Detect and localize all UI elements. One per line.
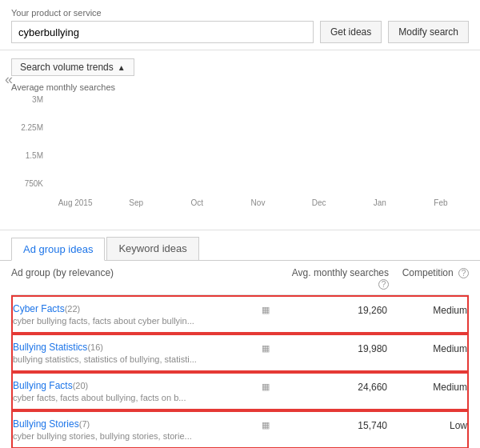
row-monthly-bullying-facts: 24,660 <box>275 380 387 393</box>
row-name-bullying-stats: Bullying Statistics(16) bullying statist… <box>13 342 256 364</box>
row-icon-bullying-facts: ▦ <box>256 380 275 392</box>
competition-info-icon[interactable]: ? <box>458 268 469 278</box>
col-header-ad-group: Ad group (by relevance) <box>11 267 277 290</box>
row-competition-cyber-facts: Medium <box>387 303 467 316</box>
search-input[interactable] <box>11 21 314 43</box>
chart-dropdown-button[interactable]: Search volume trends ▲ <box>11 58 134 76</box>
bar-aug-label: Aug 2015 <box>58 198 93 207</box>
table-header: Ad group (by relevance) Avg. monthly sea… <box>11 261 469 295</box>
y-label-2-25m: 2.25M <box>21 123 43 132</box>
bar-nov-label: Nov <box>251 198 266 207</box>
row-keywords-bullying-stats: bullying statistics, statistics of bully… <box>13 354 256 364</box>
row-monthly-bullying-stories: 15,740 <box>275 418 387 431</box>
col-header-competition: Competition ? <box>389 267 469 290</box>
y-label-750k: 750K <box>25 179 43 188</box>
row-name-bullying-stories: Bullying Stories(7) cyber bullying stori… <box>13 418 256 441</box>
row-icon-bullying-stats: ▦ <box>256 342 275 354</box>
row-title-bullying-facts[interactable]: Bullying Facts(20) <box>13 380 256 391</box>
tab-ad-group-ideas[interactable]: Ad group ideas <box>11 238 105 261</box>
get-ideas-button[interactable]: Get ideas <box>320 21 382 43</box>
bar-sep: Sep <box>108 196 164 207</box>
bar-dec-label: Dec <box>312 198 326 207</box>
bar-oct: Oct <box>169 196 225 207</box>
row-name-bullying-facts: Bullying Facts(20) cyber facts, facts ab… <box>13 380 256 402</box>
back-arrow-icon[interactable]: « <box>0 68 18 91</box>
y-label-3m: 3M <box>32 95 43 104</box>
y-axis: 3M 2.25M 1.5M 750K <box>11 95 46 207</box>
table-row: Cyber Facts(22) cyber bullying facts, fa… <box>11 295 469 334</box>
bar-jan: Jan <box>352 196 408 207</box>
row-competition-bullying-stories: Low <box>387 418 467 431</box>
bar-jan-label: Jan <box>374 198 386 207</box>
table-row: Bullying Facts(20) cyber facts, facts ab… <box>11 372 469 410</box>
tab-keyword-ideas[interactable]: Keyword ideas <box>106 237 198 260</box>
row-icon-bullying-stories: ▦ <box>256 418 275 430</box>
bar-nov: Nov <box>230 196 286 207</box>
row-competition-bullying-facts: Medium <box>387 380 467 393</box>
y-label-1-5m: 1.5M <box>26 151 43 160</box>
row-title-cyber-facts[interactable]: Cyber Facts(22) <box>13 303 256 314</box>
bars-container: Aug 2015 Sep Oct Nov Dec <box>47 95 469 207</box>
product-label: Your product or service <box>11 8 469 18</box>
bar-sep-label: Sep <box>129 198 143 207</box>
bar-dec: Dec <box>291 196 347 207</box>
table-row: Bullying Statistics(16) bullying statist… <box>11 334 469 372</box>
row-title-bullying-stats[interactable]: Bullying Statistics(16) <box>13 342 256 353</box>
modify-search-button[interactable]: Modify search <box>388 21 469 43</box>
chart-section: Search volume trends ▲ Average monthly s… <box>0 50 480 230</box>
col-header-monthly: Avg. monthly searches ? <box>277 267 389 290</box>
row-competition-bullying-stats: Medium <box>387 342 467 354</box>
row-icon-cyber-facts: ▦ <box>256 303 275 315</box>
table-section: Ad group (by relevance) Avg. monthly sea… <box>0 261 480 448</box>
row-name-cyber-facts: Cyber Facts(22) cyber bullying facts, fa… <box>13 303 256 326</box>
chart-area: 3M 2.25M 1.5M 750K Aug 2015 Sep Oct <box>11 95 469 223</box>
row-keywords-bullying-stories: cyber bullying stories, bullying stories… <box>13 431 256 441</box>
bar-aug: Aug 2015 <box>47 196 103 207</box>
chart-y-axis-title: Average monthly searches <box>11 82 469 92</box>
table-row: Bullying Stories(7) cyber bullying stori… <box>11 410 469 448</box>
bar-oct-label: Oct <box>191 198 204 207</box>
row-keywords-bullying-facts: cyber facts, facts about bullying, facts… <box>13 393 256 402</box>
search-row: Get ideas Modify search <box>11 21 469 43</box>
tabs-section: Ad group ideas Keyword ideas <box>0 230 480 261</box>
bar-feb: Feb <box>413 196 469 207</box>
chevron-down-icon: ▲ <box>118 63 126 72</box>
product-input-section: Your product or service Get ideas Modify… <box>0 0 480 50</box>
monthly-info-icon[interactable]: ? <box>378 279 389 290</box>
chart-dropdown-label: Search volume trends <box>20 62 114 73</box>
row-monthly-bullying-stats: 19,980 <box>275 342 387 354</box>
row-monthly-cyber-facts: 19,260 <box>275 303 387 316</box>
row-keywords-cyber-facts: cyber bullying facts, facts about cyber … <box>13 316 256 326</box>
bar-feb-label: Feb <box>434 198 447 207</box>
row-title-bullying-stories[interactable]: Bullying Stories(7) <box>13 418 256 430</box>
